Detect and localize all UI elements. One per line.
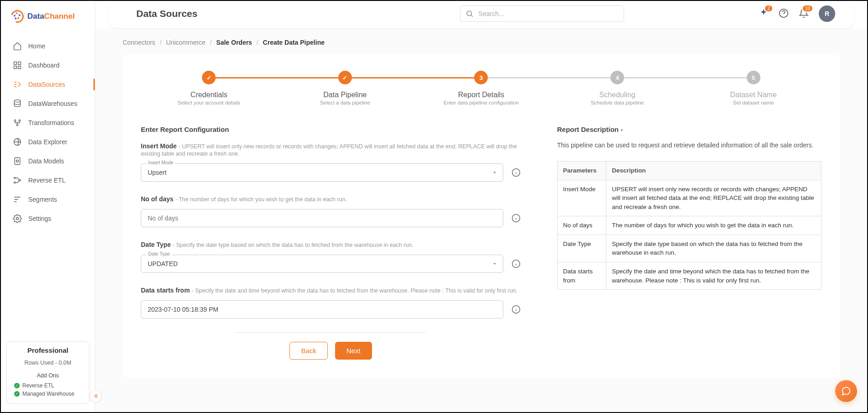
spark-badge: 2 xyxy=(764,5,773,12)
table-row: No of days The number of days for which … xyxy=(558,216,822,235)
notifications-button[interactable]: 10 xyxy=(799,8,809,20)
table-row: Insert Mode UPSERT will insert only new … xyxy=(558,180,822,216)
warehouse-icon xyxy=(13,99,22,108)
field-label: No of days xyxy=(141,195,174,203)
topbar: Data Sources 2 10 R xyxy=(109,1,853,29)
check-icon: ✓ xyxy=(14,391,20,397)
back-button[interactable]: Back xyxy=(289,342,327,360)
nav-datasources[interactable]: DataSources xyxy=(1,75,95,94)
step-circle: ✓ xyxy=(202,71,216,84)
field-data-starts-from: Data starts from - Specify the date and … xyxy=(141,287,521,319)
check-icon: ✓ xyxy=(14,383,20,388)
svg-point-4 xyxy=(14,100,20,102)
info-icon[interactable] xyxy=(512,259,521,268)
step-circle: 4 xyxy=(610,71,624,84)
nav-data-explorer[interactable]: Data Explorer xyxy=(1,132,95,152)
search-wrap xyxy=(460,5,624,22)
step-sub: Enter data pipeline configuration xyxy=(413,100,549,105)
nav-segments[interactable]: Segments xyxy=(1,190,95,209)
step-title: Credentials xyxy=(141,91,277,99)
breadcrumb: Connectors / Unicommerce / Sale Orders /… xyxy=(123,39,840,46)
description-title: Report Description - xyxy=(557,125,822,133)
svg-rect-3 xyxy=(18,66,21,69)
collapse-sidebar-button[interactable] xyxy=(90,390,102,402)
float-label: Insert Mode xyxy=(146,160,175,165)
step-scheduling[interactable]: 4 Scheduling Schedule data pipeline xyxy=(549,71,686,105)
models-icon xyxy=(13,157,22,166)
float-label: Date Type xyxy=(146,251,172,256)
step-circle: ✓ xyxy=(338,71,352,84)
table-header-description: Description xyxy=(606,162,822,180)
plan-addons-title: Add Ons xyxy=(11,372,84,379)
nav-datawarehouses[interactable]: DataWarehouses xyxy=(1,94,95,113)
divider xyxy=(236,332,426,333)
breadcrumb-unicommerce[interactable]: Unicommerce xyxy=(166,39,205,46)
svg-point-6 xyxy=(19,120,20,121)
nav-label: Reverse ETL xyxy=(28,177,66,184)
plan-name: Professional xyxy=(11,346,84,354)
breadcrumb-connectors[interactable]: Connectors xyxy=(123,39,155,46)
info-icon[interactable] xyxy=(512,305,521,314)
next-button[interactable]: Next xyxy=(335,342,372,360)
svg-point-5 xyxy=(14,120,16,121)
section-title: Enter Report Configuration xyxy=(141,125,521,133)
svg-point-12 xyxy=(14,182,16,183)
step-data-pipeline[interactable]: ✓ Data Pipeline Select a data pipeline xyxy=(277,71,413,105)
field-date-type: Date Type - Specify the date type based … xyxy=(141,241,521,273)
nav-label: Dashboard xyxy=(28,62,60,69)
step-sub: Schedule data pipeline xyxy=(549,100,686,105)
nav-home[interactable]: Home xyxy=(1,37,95,56)
svg-rect-1 xyxy=(18,62,21,65)
nav-settings[interactable]: Settings xyxy=(1,209,95,228)
search-input[interactable] xyxy=(460,5,624,22)
page-title: Data Sources xyxy=(136,8,197,19)
avatar[interactable]: R xyxy=(819,5,835,22)
plan-rows: Rows Used - 0.0M xyxy=(11,360,84,366)
datasources-icon xyxy=(13,80,22,89)
spark-button[interactable]: 2 xyxy=(759,8,769,20)
info-icon[interactable] xyxy=(512,214,521,223)
form-right: Report Description - This pipeline can b… xyxy=(557,125,822,360)
step-credentials[interactable]: ✓ Credentials Select your account detail… xyxy=(141,71,277,105)
nav-label: DataWarehouses xyxy=(28,100,78,107)
brand-logo[interactable]: DataChannel xyxy=(1,1,95,32)
no-of-days-input[interactable] xyxy=(141,209,503,227)
field-label: Data starts from xyxy=(141,287,190,294)
nav-label: DataSources xyxy=(28,81,65,88)
field-insert-mode: Insert Mode - UPSERT will insert only ne… xyxy=(141,142,521,182)
breadcrumb-sale-orders[interactable]: Sale Orders xyxy=(216,39,252,46)
dashboard-icon xyxy=(13,61,22,70)
nav-label: Settings xyxy=(28,215,52,222)
nav-data-models[interactable]: Data Models xyxy=(1,152,95,171)
help-icon xyxy=(779,8,789,18)
step-title: Scheduling xyxy=(549,91,686,99)
search-icon xyxy=(465,10,474,18)
field-label: Date Type xyxy=(141,241,171,248)
svg-point-15 xyxy=(467,11,472,16)
insert-mode-select[interactable]: Upsert xyxy=(141,163,503,182)
help-button[interactable] xyxy=(779,8,789,20)
svg-point-7 xyxy=(16,124,18,125)
description-table: Parameters Description Insert Mode UPSER… xyxy=(557,161,822,290)
nav-reverse-etl[interactable]: Reverse ETL xyxy=(1,171,95,190)
chat-button[interactable] xyxy=(835,380,857,402)
step-sub: Select your account details xyxy=(141,100,277,105)
svg-rect-2 xyxy=(14,66,17,69)
step-circle: 3 xyxy=(474,71,488,84)
step-report-details[interactable]: 3 Report Details Enter data pipeline con… xyxy=(413,71,549,105)
info-icon[interactable] xyxy=(512,168,521,177)
field-help: - Specify the date type based on which t… xyxy=(173,242,413,248)
nav-label: Segments xyxy=(28,196,57,203)
button-row: Back Next xyxy=(141,342,521,360)
date-type-select[interactable]: UPDATED xyxy=(141,255,503,273)
chevron-left-icon xyxy=(93,393,99,399)
nav-transformations[interactable]: Transformations xyxy=(1,113,95,132)
step-title: Data Pipeline xyxy=(277,91,413,99)
nav-dashboard[interactable]: Dashboard xyxy=(1,56,95,75)
sidebar: DataChannel Home Dashboard DataSources D… xyxy=(1,1,95,412)
table-row: Data starts from Specify the date and ti… xyxy=(558,262,822,289)
description-text: This pipeline can be used to request and… xyxy=(557,141,822,150)
explorer-icon xyxy=(13,137,22,146)
data-starts-input[interactable] xyxy=(141,300,503,319)
step-dataset-name[interactable]: 5 Dataset Name Set dataset name xyxy=(685,71,822,105)
